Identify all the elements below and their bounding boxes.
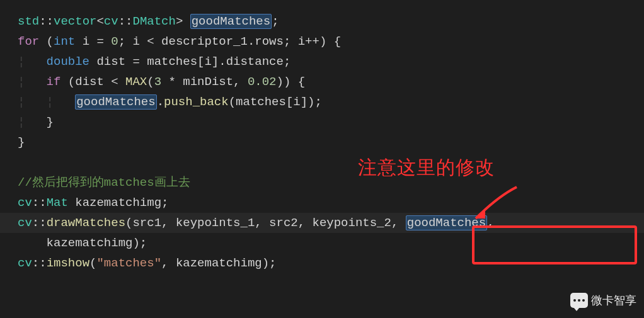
token-namespace: cv xyxy=(104,14,118,28)
token-punct: dist = matches[i].distance; xyxy=(89,55,290,69)
token-punct: > xyxy=(176,14,190,28)
token-func: imshow xyxy=(47,256,89,270)
token-punct: ( xyxy=(39,35,54,48)
token-class: Mat xyxy=(47,196,68,210)
token-string: "matches" xyxy=(96,256,161,270)
code-line: cv::Mat kazematchimg; xyxy=(18,193,644,213)
token-punct: (src1, keypoints_1, src2, keypoints_2, xyxy=(125,216,398,230)
token-punct: (dist < xyxy=(60,75,125,89)
code-line: ¦ double dist = matches[i].distance; xyxy=(18,52,644,72)
token-punct: :: xyxy=(39,14,54,28)
watermark-text: 微卡智享 xyxy=(591,290,636,310)
token-punct: < xyxy=(96,14,103,28)
token-keyword: if xyxy=(47,75,61,89)
code-line: std::vector<cv::DMatch> goodMatches; xyxy=(18,11,644,31)
code-line: for (int i = 0; i < descriptor_1.rows; i… xyxy=(18,31,644,52)
token-punct: } xyxy=(18,135,25,149)
token-namespace: cv xyxy=(18,196,32,210)
token-punct: ( xyxy=(89,256,96,270)
token-punct: } xyxy=(47,115,54,129)
code-line-blank xyxy=(18,152,644,173)
code-line: ¦ if (dist < MAX(3 * minDist, 0.02)) { xyxy=(18,72,644,92)
token-punct: i = xyxy=(75,35,111,48)
token-punct: :: xyxy=(32,216,47,230)
token-punct: )) { xyxy=(277,75,306,89)
token-macro: MAX xyxy=(125,75,147,89)
token-number: 3 xyxy=(154,75,161,89)
token-namespace: cv xyxy=(18,256,32,270)
token-namespace: std xyxy=(18,14,39,28)
token-punct: , kazematchimg); xyxy=(161,256,276,270)
code-line: ¦ } xyxy=(18,112,644,132)
indent-guide: ¦ ¦ xyxy=(18,95,75,109)
code-line: ¦ ¦ goodMatches.push_back(matches[i]); xyxy=(18,92,644,112)
token-number: 0.02 xyxy=(248,75,277,89)
indent-guide: ¦ xyxy=(18,75,47,89)
watermark: 微卡智享 xyxy=(570,290,636,310)
code-line-current: cv::drawMatches(src1, keypoints_1, src2,… xyxy=(0,213,644,233)
indent-guide: ¦ xyxy=(18,55,47,69)
code-line: cv::imshow("matches", kazematchimg); xyxy=(18,253,644,273)
token-punct: :: xyxy=(32,256,47,270)
token-punct: kazematchimg); xyxy=(47,236,147,250)
token-punct: ; i < descriptor_1.rows; i++) { xyxy=(118,35,341,48)
token-number: 0 xyxy=(111,35,118,48)
chat-icon xyxy=(570,293,588,308)
token-punct: :: xyxy=(32,196,47,210)
token-highlight-var: goodMatches xyxy=(190,14,272,29)
token-highlight-var: goodMatches xyxy=(75,94,156,110)
token-type: int xyxy=(54,35,75,48)
code-line: kazematchimg); xyxy=(18,233,644,253)
token-punct: (matches[i]); xyxy=(229,95,322,109)
annotation-text: 注意这里的修改 xyxy=(358,157,495,178)
indent-guide: ¦ xyxy=(18,115,47,129)
token-punct: * minDist, xyxy=(161,75,248,89)
indent xyxy=(18,236,47,250)
token-punct: ; xyxy=(272,14,279,28)
token-func: drawMatches xyxy=(47,216,125,230)
annotation-arrow-icon xyxy=(466,184,529,228)
token-type: double xyxy=(47,55,89,69)
token-comment: //然后把得到的matches画上去 xyxy=(18,176,190,190)
token-punct: . xyxy=(157,95,164,109)
token-class: DMatch xyxy=(132,14,175,28)
code-line: //然后把得到的matches画上去 xyxy=(18,173,644,193)
token-punct: ( xyxy=(147,75,154,89)
token-class: vector xyxy=(54,14,96,28)
token-namespace: cv xyxy=(18,216,32,230)
token-punct: :: xyxy=(118,14,133,28)
code-line: } xyxy=(18,132,644,152)
token-func: push_back xyxy=(164,95,229,109)
token-punct: kazematchimg; xyxy=(68,196,169,210)
token-keyword: for xyxy=(18,35,39,48)
